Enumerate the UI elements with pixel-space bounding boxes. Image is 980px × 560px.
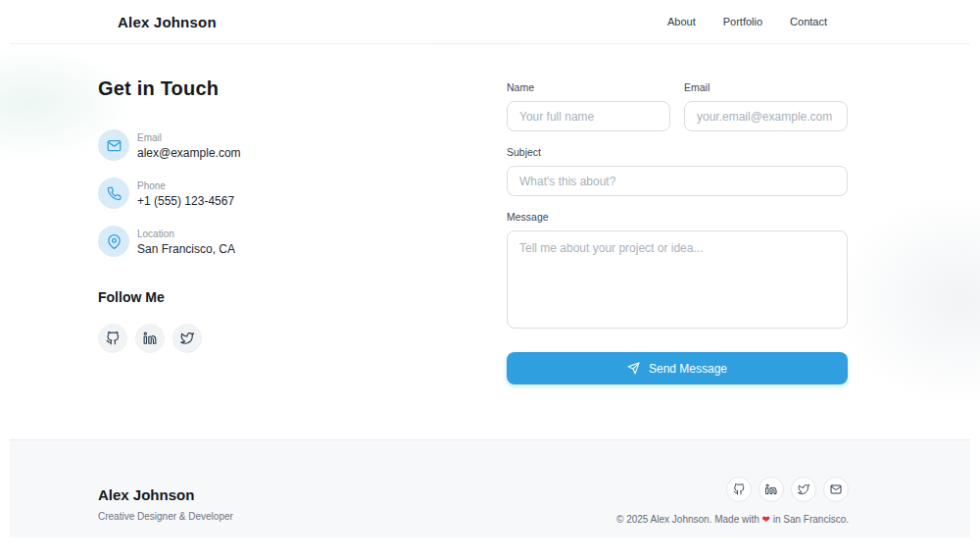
contact-value-email: alex@example.com xyxy=(137,146,241,160)
footer-tagline: Creative Designer & Developer xyxy=(98,511,233,522)
github-icon[interactable] xyxy=(98,324,127,353)
decorative-blob xyxy=(833,191,980,407)
footer-right-block: © 2025 Alex Johnson. Made with ❤ in San … xyxy=(616,477,849,525)
contact-label: Location xyxy=(137,229,235,239)
mail-icon[interactable] xyxy=(823,477,849,502)
email-label: Email xyxy=(684,81,848,93)
footer-brand: Alex Johnson xyxy=(98,486,233,503)
send-message-button[interactable]: Send Message xyxy=(507,352,848,384)
email-input[interactable] xyxy=(684,101,848,131)
follow-me-title: Follow Me xyxy=(98,289,507,305)
footer: Alex Johnson Creative Designer & Develop… xyxy=(10,439,970,537)
page-title: Get in Touch xyxy=(98,77,507,100)
contact-section: Get in Touch Email alex@example.com Phon… xyxy=(10,44,970,439)
twitter-icon[interactable] xyxy=(791,477,816,502)
contact-form: Name Email Subject Message xyxy=(507,77,848,384)
send-icon xyxy=(627,362,640,375)
message-textarea[interactable] xyxy=(507,230,848,329)
subject-label: Subject xyxy=(507,146,848,158)
footer-brand-block: Alex Johnson Creative Designer & Develop… xyxy=(98,477,233,522)
linkedin-icon[interactable] xyxy=(759,477,784,502)
contact-item-location: Location San Francisco, CA xyxy=(98,226,507,257)
name-label: Name xyxy=(507,81,670,93)
name-input[interactable] xyxy=(507,101,670,131)
social-links xyxy=(98,324,507,353)
brand-logo: Alex Johnson xyxy=(118,14,217,30)
send-message-label: Send Message xyxy=(649,362,727,376)
contact-value-phone: +1 (555) 123-4567 xyxy=(137,194,234,208)
copyright-text: © 2025 Alex Johnson. Made with ❤ in San … xyxy=(616,514,849,525)
twitter-icon[interactable] xyxy=(172,324,202,353)
contact-label: Email xyxy=(137,132,241,143)
message-label: Message xyxy=(507,211,848,223)
phone-icon xyxy=(98,178,129,209)
contact-info-column: Get in Touch Email alex@example.com Phon… xyxy=(98,77,507,384)
subject-input[interactable] xyxy=(507,166,848,196)
footer-social-links xyxy=(616,477,849,502)
mail-icon xyxy=(98,129,129,161)
nav-item-about[interactable]: About xyxy=(667,16,696,27)
nav-links: About Portfolio Contact xyxy=(667,16,827,27)
github-icon[interactable] xyxy=(726,477,752,502)
linkedin-icon[interactable] xyxy=(135,324,165,353)
page: Alex Johnson About Portfolio Contact Get… xyxy=(10,0,970,537)
nav-item-contact[interactable]: Contact xyxy=(790,16,827,27)
nav-item-portfolio[interactable]: Portfolio xyxy=(723,16,762,27)
map-pin-icon xyxy=(98,226,129,257)
contact-item-email: Email alex@example.com xyxy=(98,129,507,161)
contact-label: Phone xyxy=(137,180,234,191)
contact-value-location: San Francisco, CA xyxy=(137,242,235,256)
contact-item-phone: Phone +1 (555) 123-4567 xyxy=(98,178,507,209)
heart-icon: ❤ xyxy=(762,514,770,525)
top-navbar: Alex Johnson About Portfolio Contact xyxy=(10,0,970,44)
